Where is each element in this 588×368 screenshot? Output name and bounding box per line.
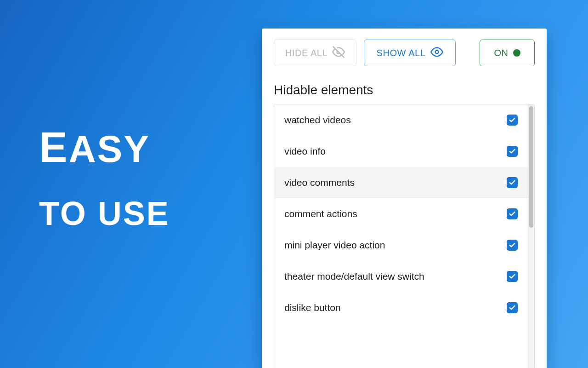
elements-list: watched videosvideo infovideo commentsco… xyxy=(274,104,528,368)
checkbox[interactable] xyxy=(507,177,518,188)
checkbox[interactable] xyxy=(507,271,518,282)
check-icon xyxy=(509,304,516,311)
list-item[interactable]: mini player video action xyxy=(274,230,528,261)
eye-off-icon xyxy=(332,46,345,61)
check-icon xyxy=(509,242,516,249)
list-item-label: theater mode/default view switch xyxy=(284,271,424,282)
svg-point-1 xyxy=(435,50,438,53)
show-all-button[interactable]: SHOW ALL xyxy=(364,40,456,66)
list-item[interactable]: dislike button xyxy=(274,292,528,323)
check-icon xyxy=(509,116,516,124)
list-item[interactable]: video comments xyxy=(274,167,528,198)
list-item-label: dislike button xyxy=(284,302,341,313)
section-title: Hidable elements xyxy=(274,83,535,98)
headline-line-1: Easy xyxy=(39,110,170,184)
list-item[interactable]: watched videos xyxy=(274,104,528,136)
list-item[interactable]: theater mode/default view switch xyxy=(274,261,528,292)
promo-headline: Easy to use xyxy=(39,110,170,242)
show-all-label: SHOW ALL xyxy=(376,48,425,58)
list-item-label: video comments xyxy=(284,177,355,188)
scrollbar[interactable] xyxy=(528,104,534,368)
checkbox[interactable] xyxy=(507,115,518,126)
on-toggle-button[interactable]: ON xyxy=(480,40,535,66)
headline-line-2: to use xyxy=(39,184,170,242)
checkbox[interactable] xyxy=(507,208,518,219)
on-toggle-label: ON xyxy=(494,48,508,58)
check-icon xyxy=(509,148,516,155)
checkbox[interactable] xyxy=(507,240,518,251)
scrollbar-thumb[interactable] xyxy=(529,106,533,228)
status-dot-icon xyxy=(513,49,520,57)
list-item-label: mini player video action xyxy=(284,240,385,251)
list-item[interactable]: comment actions xyxy=(274,198,528,230)
list-item-label: watched videos xyxy=(284,115,351,126)
check-icon xyxy=(509,273,516,280)
extension-popup-panel: HIDE ALL SHOW ALL ON xyxy=(262,29,547,368)
list-item[interactable]: video info xyxy=(274,136,528,167)
list-item-label: comment actions xyxy=(284,208,357,219)
hide-all-button[interactable]: HIDE ALL xyxy=(274,40,356,66)
check-icon xyxy=(509,210,516,218)
checkbox[interactable] xyxy=(507,146,518,157)
eye-icon xyxy=(430,46,443,61)
toolbar: HIDE ALL SHOW ALL ON xyxy=(274,40,535,66)
hide-all-label: HIDE ALL xyxy=(285,48,328,58)
checkbox[interactable] xyxy=(507,302,518,313)
list-item-label: video info xyxy=(284,146,326,157)
elements-list-container: watched videosvideo infovideo commentsco… xyxy=(274,104,535,368)
check-icon xyxy=(509,179,516,186)
